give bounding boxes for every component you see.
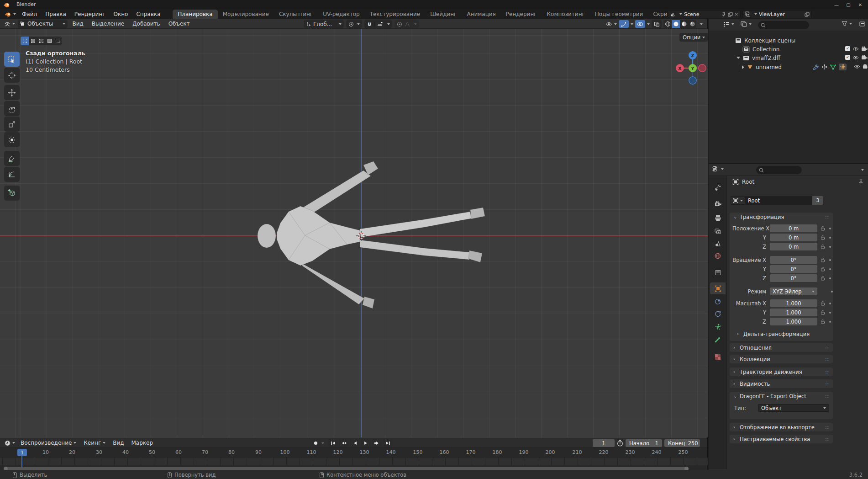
tab-physics[interactable] bbox=[710, 308, 726, 320]
tool-add-cube[interactable] bbox=[4, 186, 20, 201]
eye-icon[interactable] bbox=[852, 55, 859, 60]
tool-annotate[interactable] bbox=[4, 151, 20, 166]
object-name-field[interactable]: Root bbox=[745, 196, 812, 205]
eye-icon[interactable] bbox=[852, 47, 859, 51]
magnet-icon[interactable] bbox=[367, 21, 372, 27]
expand-arrow-icon[interactable] bbox=[742, 65, 744, 69]
menu-edit[interactable]: Правка bbox=[41, 10, 70, 19]
menu-object[interactable]: Объект bbox=[165, 21, 194, 27]
outliner-row-dff[interactable]: vmaff2.dff bbox=[736, 53, 780, 62]
lock-icon[interactable] bbox=[821, 276, 825, 281]
gizmo-x-neg-axis[interactable] bbox=[699, 64, 706, 72]
select-subtract-button[interactable] bbox=[37, 37, 45, 45]
panel-relations[interactable]: ›Отношения:: bbox=[730, 343, 833, 352]
outliner-row-collection[interactable]: Collection bbox=[742, 45, 779, 53]
animate-dot[interactable] bbox=[829, 268, 831, 270]
eye-icon[interactable] bbox=[854, 64, 860, 69]
lock-icon[interactable] bbox=[821, 226, 825, 231]
play-reverse-button[interactable] bbox=[350, 439, 360, 447]
proportional-edit-icon[interactable] bbox=[397, 21, 402, 27]
animate-dot[interactable] bbox=[829, 303, 831, 304]
menu-help[interactable]: Справка bbox=[132, 10, 164, 19]
workspace-tab-layout[interactable]: Планировка bbox=[173, 10, 217, 19]
xray-toggle[interactable] bbox=[652, 20, 662, 28]
tab-bone[interactable] bbox=[710, 334, 726, 346]
select-extend-button[interactable] bbox=[29, 37, 37, 45]
menu-view-timeline[interactable]: Вид bbox=[109, 440, 127, 446]
select-set-button[interactable] bbox=[21, 37, 29, 45]
tab-texture[interactable] bbox=[710, 351, 726, 363]
maximize-button[interactable]: ▢ bbox=[842, 0, 854, 9]
rotation-z-field[interactable]: 0° bbox=[770, 274, 817, 282]
users-count-badge[interactable]: 3 bbox=[812, 196, 823, 205]
show-object-types-dropdown[interactable] bbox=[605, 21, 617, 27]
menu-render[interactable]: Рендеринг bbox=[70, 10, 110, 19]
menu-playback[interactable]: Воспроизведение bbox=[17, 440, 80, 446]
falloff-curve-icon[interactable] bbox=[405, 21, 410, 27]
menu-add[interactable]: Добавить bbox=[129, 21, 163, 27]
properties-search-input[interactable] bbox=[756, 166, 802, 174]
animate-dot[interactable] bbox=[829, 246, 831, 248]
properties-editor-type-button[interactable] bbox=[712, 166, 724, 172]
camera-icon[interactable] bbox=[863, 64, 868, 69]
shading-material-button[interactable] bbox=[680, 20, 688, 28]
panel-visibility[interactable]: ›Видимость:: bbox=[730, 379, 833, 388]
tool-transform[interactable] bbox=[4, 132, 20, 147]
properties-options-dropdown[interactable] bbox=[861, 169, 864, 171]
panel-collections[interactable]: ›Коллекции:: bbox=[730, 355, 833, 363]
transform-panel-header[interactable]: ⌄Трансформация :: bbox=[730, 213, 833, 221]
workspace-tab-texture[interactable]: Текстурирование bbox=[365, 10, 425, 19]
unlink-scene-icon[interactable]: ✕ bbox=[735, 12, 738, 17]
options-button[interactable]: Опции bbox=[679, 33, 708, 42]
blender-app-menu[interactable] bbox=[3, 10, 18, 18]
menu-view[interactable]: Вид bbox=[68, 21, 87, 27]
workspace-tab-geometry-nodes[interactable]: Ноды геометрии bbox=[590, 10, 648, 19]
timeline-editor-type-button[interactable] bbox=[3, 439, 17, 447]
location-z-field[interactable]: 0 m bbox=[770, 243, 817, 250]
select-intersect-button[interactable] bbox=[53, 37, 62, 45]
workspace-tab-rendering[interactable]: Рендеринг bbox=[501, 10, 542, 19]
auto-key-dropdown[interactable] bbox=[321, 442, 324, 444]
outliner-display-mode-dropdown[interactable] bbox=[723, 21, 734, 27]
tool-move[interactable] bbox=[4, 85, 20, 100]
dragonff-type-dropdown[interactable]: Объект bbox=[758, 404, 829, 412]
tab-constraints[interactable] bbox=[710, 296, 726, 308]
jump-prev-keyframe-button[interactable] bbox=[339, 439, 349, 447]
tool-cursor[interactable] bbox=[4, 68, 20, 83]
mode-selector[interactable]: Объекты bbox=[18, 20, 68, 28]
outliner-row-unnamed[interactable]: unnamed bbox=[739, 63, 847, 71]
new-scene-icon[interactable] bbox=[728, 12, 733, 17]
animate-dot[interactable] bbox=[829, 237, 831, 239]
tool-rotate[interactable] bbox=[4, 101, 20, 116]
current-frame-field[interactable]: 1 bbox=[593, 439, 615, 447]
camera-icon[interactable] bbox=[861, 55, 868, 60]
tab-object-data[interactable] bbox=[710, 321, 726, 333]
armature-data-badge[interactable] bbox=[839, 64, 847, 70]
panel-custom-properties[interactable]: ›Настраиваемые свойства:: bbox=[730, 435, 833, 443]
new-collection-button[interactable] bbox=[859, 21, 866, 27]
scene-name[interactable]: Scene bbox=[684, 11, 720, 17]
jump-next-keyframe-button[interactable] bbox=[372, 439, 382, 447]
workspace-tab-shading[interactable]: Шейдинг bbox=[425, 10, 462, 19]
jump-to-start-button[interactable] bbox=[328, 439, 338, 447]
outliner-row-scene-collection[interactable]: Коллекция сцены bbox=[735, 36, 795, 45]
stopwatch-icon[interactable] bbox=[617, 440, 623, 447]
animate-dot[interactable] bbox=[829, 259, 831, 261]
tool-measure[interactable] bbox=[4, 167, 20, 182]
animate-dot[interactable] bbox=[829, 228, 831, 229]
menu-file[interactable]: Файл bbox=[18, 10, 41, 19]
viewlayer-name[interactable]: ViewLayer bbox=[759, 11, 803, 17]
menu-window[interactable]: Окно bbox=[110, 10, 132, 19]
tool-select-box[interactable] bbox=[4, 52, 20, 67]
rotation-x-field[interactable]: 0° bbox=[770, 256, 817, 264]
workspace-tab-compositing[interactable]: Композитинг bbox=[542, 10, 590, 19]
shading-wireframe-button[interactable] bbox=[663, 20, 672, 28]
editor-type-button[interactable] bbox=[2, 20, 17, 28]
tool-scale[interactable] bbox=[4, 117, 20, 132]
breadcrumb-label[interactable]: Root bbox=[742, 179, 754, 185]
menu-keying[interactable]: Кеинг bbox=[80, 440, 109, 446]
shading-solid-button[interactable] bbox=[672, 20, 680, 28]
animate-dot[interactable] bbox=[829, 277, 831, 279]
lock-icon[interactable] bbox=[821, 244, 825, 249]
scene-selector[interactable]: Scene ✕ bbox=[668, 10, 741, 18]
